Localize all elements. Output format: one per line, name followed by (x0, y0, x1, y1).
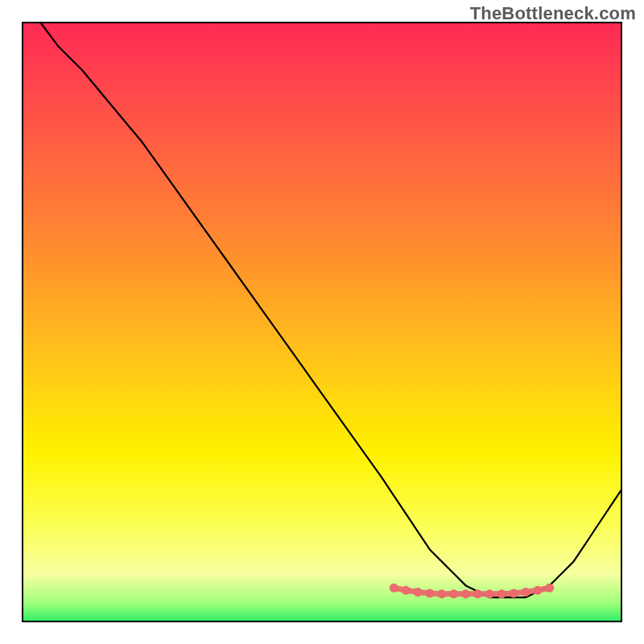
highlight-dot (497, 589, 506, 598)
highlight-dot (449, 589, 458, 598)
highlight-dot (545, 584, 554, 592)
highlight-dot (510, 589, 518, 598)
highlight-dot (473, 589, 482, 598)
highlight-dot (533, 586, 542, 595)
highlight-dot (402, 586, 411, 595)
chart-svg (0, 0, 644, 644)
highlight-dot (425, 589, 434, 598)
highlight-dot (522, 588, 530, 597)
highlight-dot (437, 589, 446, 598)
chart-background (23, 23, 621, 621)
highlight-dot (390, 584, 398, 592)
highlight-dot (461, 589, 470, 598)
highlight-dot (414, 588, 423, 597)
highlight-dot (485, 589, 494, 598)
chart-stage: TheBottleneck.com (0, 0, 644, 644)
